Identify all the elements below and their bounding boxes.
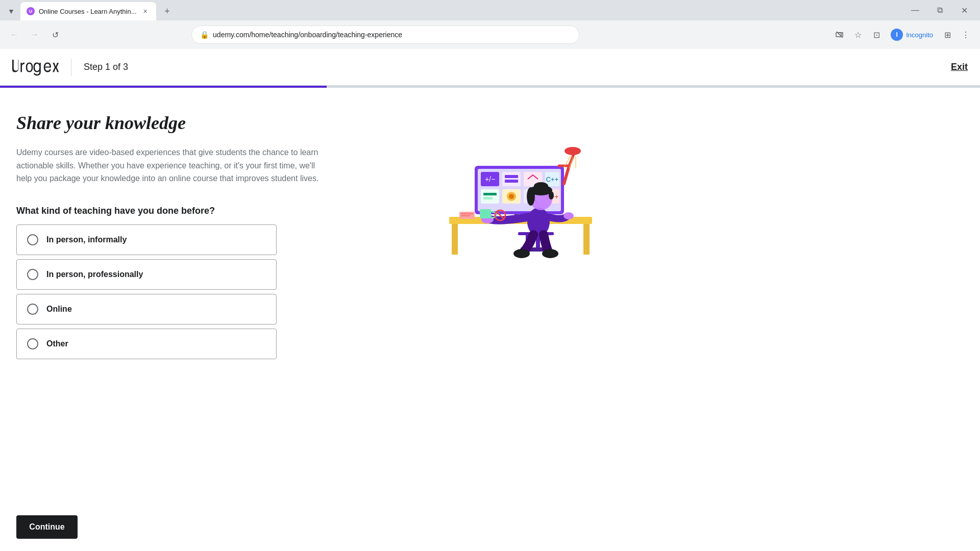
option-label-online: Online xyxy=(46,305,72,314)
svg-point-36 xyxy=(527,187,535,206)
main-content: Share your knowledge Udemy courses are v… xyxy=(0,88,715,375)
svg-point-41 xyxy=(513,249,530,258)
svg-point-25 xyxy=(565,147,581,155)
svg-rect-47 xyxy=(461,213,473,214)
hide-camera-button[interactable] xyxy=(831,27,848,43)
svg-point-40 xyxy=(564,212,574,219)
step-indicator: Step 1 of 3 xyxy=(84,62,128,72)
option-online[interactable]: Online xyxy=(16,294,277,324)
radio-circle-professional xyxy=(27,269,38,280)
window-controls: — ⧉ ✕ xyxy=(903,2,976,20)
page-description: Udemy courses are video-based experience… xyxy=(16,146,323,185)
toolbar-actions: ☆ ⊡ I Incognito ⊞ ⋮ xyxy=(831,27,974,43)
radio-options: In person, informally In person, profess… xyxy=(16,224,323,359)
exit-button[interactable]: Exit xyxy=(951,62,968,72)
right-column: +/− C++ xyxy=(343,112,698,359)
close-button[interactable]: ✕ xyxy=(952,2,976,18)
incognito-label: Incognito xyxy=(906,31,933,39)
option-other[interactable]: Other xyxy=(16,329,277,359)
svg-rect-2 xyxy=(452,224,458,255)
option-label-informal: In person, informally xyxy=(46,235,127,244)
svg-rect-11 xyxy=(505,175,518,178)
svg-rect-3 xyxy=(583,224,590,255)
continue-button[interactable]: Continue xyxy=(16,515,78,539)
tab-bar: ▼ U Online Courses - Learn Anythin... × … xyxy=(0,0,980,20)
illustration: +/− C++ xyxy=(439,122,602,276)
page-title: Share your knowledge xyxy=(16,112,323,134)
question-label: What kind of teaching have you done befo… xyxy=(16,206,323,216)
left-column: Share your knowledge Udemy courses are v… xyxy=(16,112,323,359)
minimize-button[interactable]: — xyxy=(903,2,927,18)
profile-button[interactable]: I Incognito xyxy=(887,27,937,43)
radio-circle-online xyxy=(27,304,38,315)
svg-point-21 xyxy=(509,194,514,199)
svg-text:+/−: +/− xyxy=(485,175,495,183)
new-tab-button[interactable]: + xyxy=(160,4,175,18)
back-button[interactable]: ← xyxy=(6,27,22,43)
svg-text:C++: C++ xyxy=(546,176,559,183)
option-informal[interactable]: In person, informally xyxy=(16,224,277,255)
svg-point-42 xyxy=(542,249,558,258)
option-label-professional: In person, professionally xyxy=(46,270,143,279)
svg-point-38 xyxy=(534,182,548,190)
split-view-button[interactable]: ⊡ xyxy=(868,27,885,43)
bookmark-button[interactable]: ☆ xyxy=(850,27,866,43)
option-professional[interactable]: In person, professionally xyxy=(16,259,277,290)
more-options-button[interactable]: ⋮ xyxy=(958,27,974,43)
tab-title: Online Courses - Learn Anythin... xyxy=(39,8,137,15)
svg-rect-43 xyxy=(480,209,491,218)
url-text: udemy.com/home/teaching/onboarding/teach… xyxy=(213,31,571,39)
svg-rect-48 xyxy=(461,215,470,216)
svg-point-37 xyxy=(549,191,554,199)
radio-circle-informal xyxy=(27,234,38,245)
radio-circle-other xyxy=(27,338,38,349)
tab-close-button[interactable]: × xyxy=(141,7,150,16)
extensions-button[interactable]: ⊞ xyxy=(939,27,955,43)
profile-avatar: I xyxy=(891,29,903,41)
tab-group: ▼ U Online Courses - Learn Anythin... × … xyxy=(4,2,175,20)
tab-favicon: U xyxy=(27,7,35,15)
svg-rect-10 xyxy=(502,172,521,186)
address-input[interactable]: 🔒 udemy.com/home/teaching/onboarding/tea… xyxy=(191,26,579,44)
svg-rect-12 xyxy=(505,180,518,183)
tab-nav-back[interactable]: ▼ xyxy=(4,4,18,18)
svg-rect-17 xyxy=(483,193,497,195)
udemy-header: Step 1 of 3 Exit xyxy=(0,49,980,86)
maximize-button[interactable]: ⧉ xyxy=(928,2,951,18)
reload-button[interactable]: ↺ xyxy=(47,27,63,43)
svg-rect-16 xyxy=(481,189,499,204)
lock-icon: 🔒 xyxy=(200,31,209,39)
address-bar: ← → ↺ 🔒 udemy.com/home/teaching/onboardi… xyxy=(0,20,980,49)
forward-button[interactable]: → xyxy=(27,27,43,43)
option-label-other: Other xyxy=(46,339,68,348)
page-content: Step 1 of 3 Exit Share your knowledge Ud… xyxy=(0,49,980,551)
svg-rect-18 xyxy=(483,197,493,199)
browser-window: ▼ U Online Courses - Learn Anythin... × … xyxy=(0,0,980,551)
active-tab[interactable]: U Online Courses - Learn Anythin... × xyxy=(20,2,156,20)
udemy-logo xyxy=(12,59,71,76)
